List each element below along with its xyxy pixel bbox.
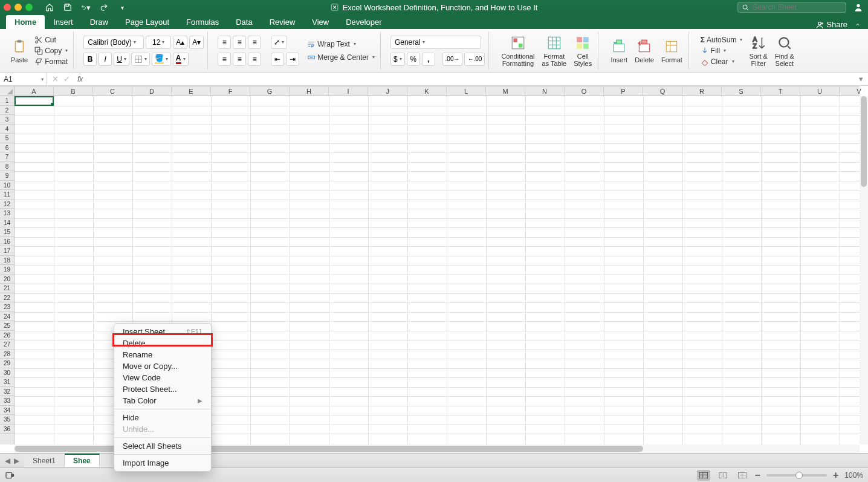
undo-icon[interactable]: ▾ — [81, 2, 91, 12]
macro-record-icon[interactable] — [5, 471, 15, 480]
col-header-E[interactable]: E — [172, 86, 211, 96]
row-header-13[interactable]: 13 — [0, 209, 14, 218]
col-header-V[interactable]: V — [840, 86, 868, 96]
col-header-T[interactable]: T — [761, 86, 800, 96]
row-header-18[interactable]: 18 — [0, 256, 14, 265]
orientation-button[interactable]: ⤢ — [271, 36, 287, 49]
search-sheet[interactable] — [737, 2, 846, 13]
find-select[interactable]: Find & Select — [772, 33, 797, 68]
row-header-15[interactable]: 15 — [0, 227, 14, 237]
font-name[interactable]: Calibri (Body) — [83, 36, 144, 49]
increase-font[interactable]: A▴ — [173, 36, 187, 49]
col-header-S[interactable]: S — [722, 86, 761, 96]
row-header-3[interactable]: 3 — [0, 115, 14, 125]
minimize-button[interactable] — [15, 4, 22, 11]
increase-decimal[interactable]: .00→ — [442, 53, 463, 66]
ctx-hide[interactable]: Hide — [114, 412, 211, 423]
fill-button[interactable]: Fill — [699, 46, 745, 56]
conditional-formatting[interactable]: Conditional Formatting — [499, 33, 537, 68]
select-all-corner[interactable] — [0, 86, 15, 96]
align-top[interactable]: ≡ — [218, 36, 231, 49]
row-header-7[interactable]: 7 — [0, 152, 14, 162]
align-bottom[interactable]: ≡ — [248, 36, 261, 49]
format-painter-button[interactable]: Format — [33, 57, 70, 67]
row-header-33[interactable]: 33 — [0, 396, 14, 406]
share-button[interactable]: Share — [815, 20, 847, 29]
delete-cells[interactable]: Delete — [632, 37, 656, 65]
row-header-9[interactable]: 9 — [0, 171, 14, 181]
tab-review[interactable]: Review — [261, 15, 304, 29]
redo-icon[interactable] — [99, 2, 109, 12]
close-button[interactable] — [4, 4, 11, 11]
paste-button[interactable]: Paste — [8, 37, 30, 65]
qat-customize[interactable]: ▾ — [117, 2, 127, 12]
vertical-scrollbar[interactable] — [860, 96, 868, 445]
row-header-27[interactable]: 27 — [0, 340, 14, 350]
ctx-insert-sheet[interactable]: Insert Sheet⇧F11 — [114, 326, 211, 337]
ctx-tab-color[interactable]: Tab Color▶ — [114, 395, 211, 406]
row-header-8[interactable]: 8 — [0, 162, 14, 172]
fx-label[interactable]: fx — [75, 75, 85, 83]
ctx-select-all-sheets[interactable]: Select All Sheets — [114, 440, 211, 452]
col-header-R[interactable]: R — [682, 86, 722, 96]
row-header-10[interactable]: 10 — [0, 181, 14, 191]
tab-insert[interactable]: Insert — [45, 15, 82, 29]
tab-developer[interactable]: Developer — [337, 15, 390, 29]
insert-cells[interactable]: Insert — [608, 37, 630, 65]
italic-button[interactable]: I — [99, 53, 112, 66]
underline-button[interactable]: U — [114, 53, 129, 66]
view-page-break[interactable] — [736, 470, 749, 481]
name-box[interactable]: A1▾ — [0, 73, 47, 85]
formula-input[interactable] — [85, 73, 854, 85]
row-header-25[interactable]: 25 — [0, 321, 14, 331]
col-header-I[interactable]: I — [329, 86, 368, 96]
copy-button[interactable]: Copy — [33, 46, 70, 56]
col-header-L[interactable]: L — [447, 86, 486, 96]
formula-expand[interactable]: ▾ — [854, 74, 868, 83]
zoom-button[interactable] — [25, 4, 33, 11]
col-header-K[interactable]: K — [407, 86, 447, 96]
col-header-B[interactable]: B — [54, 86, 93, 96]
search-input[interactable] — [753, 3, 831, 11]
row-header-24[interactable]: 24 — [0, 312, 14, 322]
row-header-11[interactable]: 11 — [0, 190, 14, 200]
format-as-table[interactable]: Format as Table — [539, 33, 569, 68]
decrease-font[interactable]: A▾ — [189, 36, 204, 49]
row-header-35[interactable]: 35 — [0, 415, 14, 425]
row-header-31[interactable]: 31 — [0, 377, 14, 387]
col-header-N[interactable]: N — [525, 86, 565, 96]
ctx-delete[interactable]: Delete — [114, 337, 211, 349]
decrease-indent[interactable]: ⇤ — [271, 53, 284, 66]
row-header-12[interactable]: 12 — [0, 200, 14, 209]
home-icon[interactable] — [45, 2, 54, 12]
row-header-26[interactable]: 26 — [0, 331, 14, 340]
row-header-29[interactable]: 29 — [0, 359, 14, 368]
tab-view[interactable]: View — [303, 15, 337, 29]
row-header-30[interactable]: 30 — [0, 368, 14, 378]
zoom-slider[interactable] — [766, 474, 827, 477]
row-header-14[interactable]: 14 — [0, 218, 14, 228]
fill-color-button[interactable]: 🪣 — [152, 53, 171, 66]
zoom-out[interactable]: − — [755, 470, 760, 481]
collapse-ribbon[interactable] — [853, 21, 862, 29]
tab-formulas[interactable]: Formulas — [178, 15, 227, 29]
col-header-G[interactable]: G — [250, 86, 290, 96]
tab-draw[interactable]: Draw — [82, 15, 117, 29]
ctx-view-code[interactable]: View Code — [114, 372, 211, 383]
col-header-U[interactable]: U — [800, 86, 840, 96]
row-header-19[interactable]: 19 — [0, 265, 14, 275]
align-center[interactable]: ≡ — [233, 53, 246, 66]
col-header-J[interactable]: J — [368, 86, 407, 96]
row-header-34[interactable]: 34 — [0, 406, 14, 415]
autosum-button[interactable]: ΣAutoSum — [699, 35, 745, 45]
borders-button[interactable] — [131, 53, 150, 66]
col-header-F[interactable]: F — [211, 86, 250, 96]
row-header-17[interactable]: 17 — [0, 246, 14, 256]
clear-button[interactable]: Clear — [699, 57, 745, 67]
bold-button[interactable]: B — [83, 53, 97, 66]
cancel-formula-icon[interactable]: ✕ — [52, 74, 59, 83]
row-header-36[interactable]: 36 — [0, 425, 14, 434]
col-header-A[interactable]: A — [15, 86, 54, 96]
cell-styles[interactable]: Cell Styles — [571, 33, 594, 68]
row-header-2[interactable]: 2 — [0, 106, 14, 116]
